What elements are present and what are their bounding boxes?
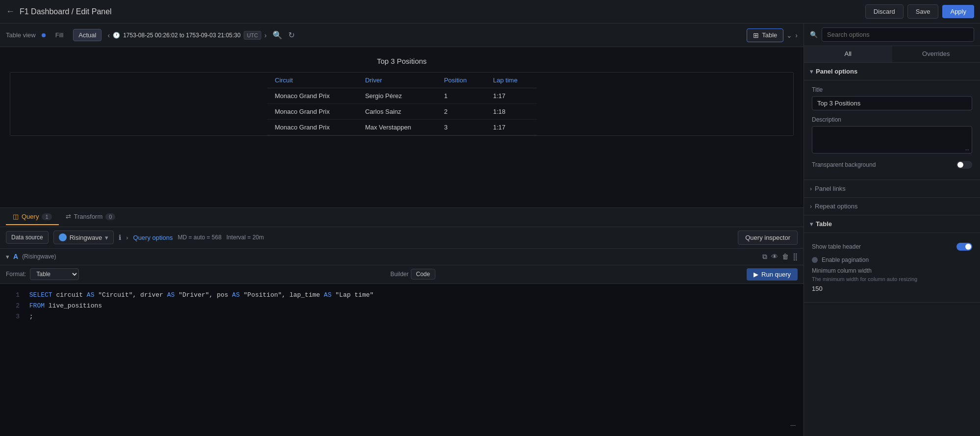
col-driver: Driver [357,73,436,88]
col-laptime: Lap time [485,73,537,88]
viz-toolbar: Table view Fill Actual ‹ 🕐 1753-08-25 00… [0,24,804,47]
enable-pagination-toggle[interactable] [812,257,818,263]
top-bar: ← F1 Dashboard / Edit Panel Discard Save… [0,0,980,24]
cell-laptime-2: 1:18 [485,104,537,120]
tab-all[interactable]: All [804,46,892,62]
viz-type-icon: ⊞ [753,31,759,39]
repeat-options-row[interactable]: › Repeat options [804,198,980,215]
viz-type-label: Table [762,31,777,39]
code-button[interactable]: Code [411,269,436,280]
sql-line-2: 2 FROM live_positions [8,301,796,311]
cell-laptime-3: 1:17 [485,120,537,135]
actual-button[interactable]: Actual [73,29,101,41]
fill-button[interactable]: Fill [51,29,68,41]
editor-drag-button[interactable]: ⣿ [793,253,798,261]
panel-options-label: Panel options [816,68,857,75]
run-label: Run query [761,271,791,278]
panel-links-label: Panel links [815,185,846,192]
main-area: Table view Fill Actual ‹ 🕐 1753-08-25 00… [0,24,980,436]
time-prev-button[interactable]: ‹ [107,31,110,39]
cell-driver-1: Sergio Pérez [357,88,436,104]
table-section-chevron: ▾ [810,221,813,228]
tab-transform[interactable]: ⇄ Transform 0 [59,209,123,225]
arrow-separator: › [126,234,128,241]
enable-pagination-label: Enable pagination [822,256,869,263]
title-input[interactable] [812,96,972,110]
transparent-bg-toggle[interactable] [956,161,972,169]
query-bar: Data source Risingwave ▾ ℹ › Query optio… [0,227,804,249]
transparent-bg-row: Transparent background [812,161,972,169]
cell-driver-3: Max Verstappen [357,120,436,135]
sql-editor[interactable]: 1 SELECT circuit AS "Circuit", driver AS… [0,284,804,436]
format-label: Format: [6,271,26,278]
panel-canvas: Top 3 Positions Circuit Driver Position … [0,47,804,207]
time-next-button[interactable]: › [264,31,267,39]
cell-circuit-3: Monaco Grand Prix [267,120,357,135]
panel-links-row[interactable]: › Panel links [804,180,980,198]
cell-driver-2: Carlos Sainz [357,104,436,120]
risingwave-label: Risingwave [70,234,102,241]
top-bar-left: ← F1 Dashboard / Edit Panel [6,6,112,17]
min-col-value: 150 [812,285,972,292]
description-textarea[interactable] [812,126,972,154]
apply-button[interactable]: Apply [942,5,974,18]
cell-position-2: 2 [436,104,485,120]
editor-collapse-button[interactable]: ▾ [6,253,9,260]
viz-expand-button[interactable]: ⌄ [786,31,792,39]
panel-options-header[interactable]: ▾ Panel options [804,63,980,80]
show-header-label: Show table header [812,243,861,250]
table-row: Monaco Grand Prix Max Verstappen 3 1:17 [267,120,537,135]
discard-button[interactable]: Discard [865,4,904,19]
sql-code: 1 SELECT circuit AS "Circuit", driver AS… [8,290,796,322]
cell-position-3: 3 [436,120,485,135]
zoom-button[interactable]: 🔍 [273,30,282,40]
viz-type-button[interactable]: ⊞ Table [747,28,783,42]
data-table: Circuit Driver Position Lap time Monaco … [267,73,537,135]
tab-transform-icon: ⇄ [66,213,71,220]
tab-overrides[interactable]: Overrides [892,46,980,62]
table-header-row: Circuit Driver Position Lap time [267,73,537,88]
data-table-wrapper: Circuit Driver Position Lap time Monaco … [10,72,794,136]
info-icon-button[interactable]: ℹ [119,233,121,241]
page-title: F1 Dashboard / Edit Panel [20,7,112,16]
clock-icon: 🕐 [113,32,120,39]
utc-badge: UTC [244,31,262,40]
right-panel: 🔍 All Overrides ▾ Panel options Title De… [804,24,980,436]
run-query-button[interactable]: ▶ Run query [747,268,798,281]
editor-eye-button[interactable]: 👁 [771,253,778,261]
search-input[interactable] [822,27,974,42]
data-source-button[interactable]: Data source [6,231,49,244]
query-inspector-button[interactable]: Query inspector [738,231,798,245]
enable-pagination-row: Enable pagination [812,255,972,267]
run-icon: ▶ [754,271,758,278]
editor-copy-button[interactable]: ⧉ [762,253,767,261]
editor-letter: A [13,253,18,260]
back-button[interactable]: ← [6,6,15,17]
query-options-link[interactable]: Query options [133,234,173,241]
cell-circuit-1: Monaco Grand Prix [267,88,357,104]
min-col-section: Minimum column width The minimum width f… [812,267,972,296]
table-row: Monaco Grand Prix Carlos Sainz 2 1:18 [267,104,537,120]
tab-transform-badge: 0 [105,213,115,220]
editor-trash-button[interactable]: 🗑 [782,253,789,261]
transparent-bg-label: Transparent background [812,161,952,168]
title-field-row: Title [812,86,972,110]
transparent-bg-knob [957,162,963,168]
table-section-header[interactable]: ▾ Table [804,215,980,233]
title-field-label: Title [812,86,972,93]
save-button[interactable]: Save [907,4,939,19]
tab-query[interactable]: ◫ Query 1 [6,209,59,225]
cell-laptime-1: 1:17 [485,88,537,104]
editor-header: ▾ A (Risingwave) ⧉ 👁 🗑 ⣿ [0,249,804,265]
min-col-desc: The minimum width for column auto resizi… [812,276,972,282]
risingwave-button[interactable]: Risingwave ▾ [53,231,114,244]
viz-expand-right-button[interactable]: › [795,31,798,39]
sql-line-1: 1 SELECT circuit AS "Circuit", driver AS… [8,290,796,301]
format-select[interactable]: Table Time series [30,268,79,280]
refresh-button[interactable]: ↻ [288,30,295,40]
show-header-toggle[interactable] [956,243,972,251]
description-field-label: Description [812,116,972,123]
table-view-label: Table view [6,31,36,39]
risingwave-icon [59,233,67,241]
min-col-label: Minimum column width [812,267,972,274]
